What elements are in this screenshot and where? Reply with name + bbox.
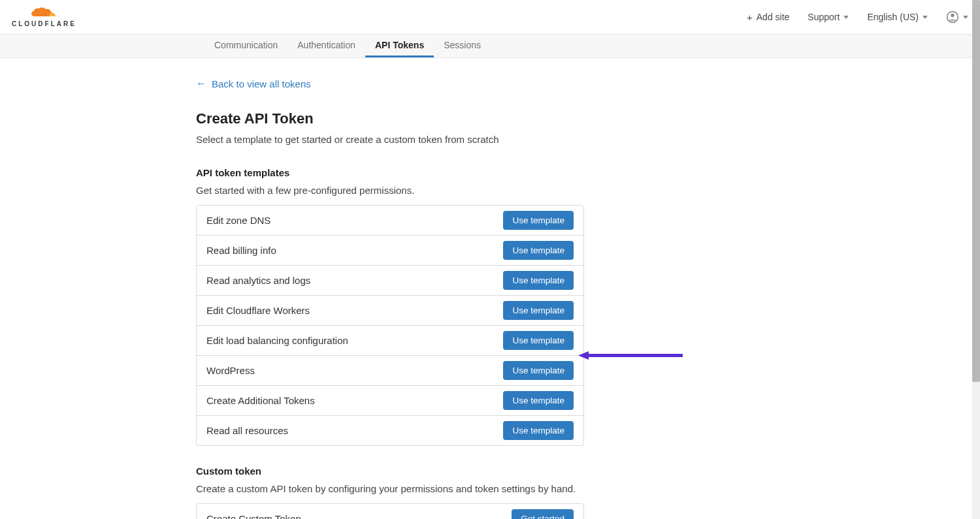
use-template-button[interactable]: Use template — [503, 331, 574, 350]
annotation-arrow-icon — [578, 351, 683, 360]
support-menu[interactable]: Support — [808, 12, 849, 22]
tab-authentication[interactable]: Authentication — [287, 35, 365, 57]
use-template-button[interactable]: Use template — [503, 421, 574, 440]
template-row-read-billing: Read billing info Use template — [197, 236, 583, 266]
chevron-down-icon — [963, 16, 968, 19]
template-name: Read billing info — [206, 245, 276, 256]
language-label: English (US) — [867, 12, 919, 22]
template-list: Edit zone DNS Use template Read billing … — [196, 205, 584, 446]
tab-sessions[interactable]: Sessions — [434, 35, 491, 57]
template-name: Create Additional Tokens — [206, 395, 315, 406]
support-label: Support — [808, 12, 840, 22]
custom-token-row: Create Custom Token Get started — [197, 504, 583, 519]
arrow-left-icon: ← — [196, 78, 206, 89]
use-template-button[interactable]: Use template — [503, 271, 574, 290]
scrollbar-track[interactable] — [972, 0, 980, 519]
template-row-read-all: Read all resources Use template — [197, 416, 583, 445]
custom-subtitle: Create a custom API token by configuring… — [196, 483, 588, 494]
scrollbar-thumb[interactable] — [972, 0, 980, 382]
add-site-button[interactable]: + Add site — [747, 12, 789, 22]
chevron-down-icon — [923, 16, 928, 19]
custom-token-name: Create Custom Token — [206, 513, 301, 519]
template-row-create-additional-tokens: Create Additional Tokens Use template — [197, 386, 583, 416]
cloud-icon — [31, 7, 57, 19]
page-title: Create API Token — [196, 110, 588, 127]
template-name: Edit load balancing configuration — [206, 335, 348, 346]
use-template-button[interactable]: Use template — [503, 361, 574, 380]
svg-point-1 — [951, 14, 954, 17]
plus-icon: + — [747, 12, 753, 22]
back-link-label: Back to view all tokens — [212, 78, 311, 89]
add-site-label: Add site — [757, 12, 790, 22]
templates-heading: API token templates — [196, 167, 588, 178]
brand-name: CLOUDFLARE — [12, 20, 76, 27]
template-row-edit-load-balancing: Edit load balancing configuration Use te… — [197, 326, 583, 356]
language-menu[interactable]: English (US) — [867, 12, 928, 22]
chevron-down-icon — [843, 16, 849, 19]
use-template-button[interactable]: Use template — [503, 211, 574, 230]
template-row-read-analytics: Read analytics and logs Use template — [197, 266, 583, 296]
use-template-button[interactable]: Use template — [503, 301, 574, 320]
template-name: WordPress — [206, 365, 255, 376]
template-row-edit-zone-dns: Edit zone DNS Use template — [197, 206, 583, 236]
tab-label: API Tokens — [375, 40, 424, 50]
tab-communication[interactable]: Communication — [204, 35, 287, 57]
use-template-button[interactable]: Use template — [503, 391, 574, 410]
tab-label: Sessions — [444, 40, 481, 50]
tab-label: Communication — [214, 40, 278, 50]
template-row-edit-workers: Edit Cloudflare Workers Use template — [197, 296, 583, 326]
main-content: ← Back to view all tokens Create API Tok… — [0, 58, 588, 519]
custom-token-section: Custom token Create a custom API token b… — [196, 465, 588, 519]
top-header: CLOUDFLARE + Add site Support English (U… — [0, 0, 980, 35]
page-subtitle: Select a template to get started or crea… — [196, 134, 588, 145]
tab-label: Authentication — [297, 40, 355, 50]
brand-logo[interactable]: CLOUDFLARE — [12, 7, 76, 27]
account-menu[interactable] — [946, 10, 968, 24]
templates-subtitle: Get started with a few pre-configured pe… — [196, 185, 588, 196]
profile-tabs: Communication Authentication API Tokens … — [0, 35, 980, 58]
custom-token-list: Create Custom Token Get started — [196, 503, 584, 519]
custom-heading: Custom token — [196, 465, 588, 477]
template-name: Read analytics and logs — [206, 275, 310, 286]
template-name: Edit zone DNS — [206, 215, 270, 226]
template-row-wordpress: WordPress Use template — [197, 356, 583, 386]
user-icon — [946, 10, 959, 24]
template-name: Read all resources — [206, 425, 288, 436]
template-name: Edit Cloudflare Workers — [206, 305, 310, 316]
use-template-button[interactable]: Use template — [503, 241, 574, 260]
back-link[interactable]: ← Back to view all tokens — [196, 78, 311, 89]
get-started-button[interactable]: Get started — [512, 509, 574, 519]
svg-marker-3 — [578, 351, 589, 360]
tab-api-tokens[interactable]: API Tokens — [365, 35, 434, 57]
header-actions: + Add site Support English (US) — [747, 10, 968, 24]
